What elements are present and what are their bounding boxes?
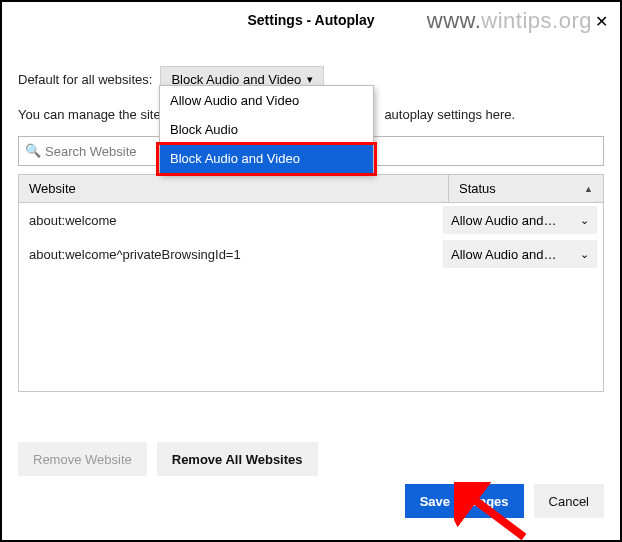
dropdown-option[interactable]: Block Audio and Video <box>160 144 373 173</box>
cell-website: about:welcome <box>29 213 437 228</box>
window-title: Settings - Autoplay <box>0 12 622 28</box>
chevron-down-icon: ⌄ <box>580 248 589 261</box>
dropdown-option[interactable]: Block Audio <box>160 115 373 144</box>
chevron-down-icon: ⌄ <box>580 214 589 227</box>
search-icon: 🔍 <box>25 143 41 158</box>
save-changes-button[interactable]: Save Changes <box>405 484 524 518</box>
dropdown-option[interactable]: Allow Audio and Video <box>160 86 373 115</box>
remove-all-websites-button[interactable]: Remove All Websites <box>157 442 318 476</box>
cell-website: about:welcome^privateBrowsingId=1 <box>29 247 437 262</box>
sort-indicator-icon: ▲ <box>584 184 593 194</box>
column-header-status[interactable]: Status ▲ <box>449 181 603 196</box>
row-status-select[interactable]: Allow Audio and… ⌄ <box>443 240 597 268</box>
close-icon[interactable]: ✕ <box>595 12 608 31</box>
row-status-select[interactable]: Allow Audio and… ⌄ <box>443 206 597 234</box>
cancel-button[interactable]: Cancel <box>534 484 604 518</box>
table-row[interactable]: about:welcome^privateBrowsingId=1 Allow … <box>19 237 603 271</box>
table-row[interactable]: about:welcome Allow Audio and… ⌄ <box>19 203 603 237</box>
remove-website-button: Remove Website <box>18 442 147 476</box>
default-label: Default for all websites: <box>18 72 152 87</box>
column-header-website[interactable]: Website <box>19 181 448 196</box>
default-autoplay-dropdown[interactable]: Allow Audio and Video Block Audio Block … <box>159 85 374 174</box>
websites-table: Website Status ▲ about:welcome Allow Aud… <box>18 174 604 392</box>
